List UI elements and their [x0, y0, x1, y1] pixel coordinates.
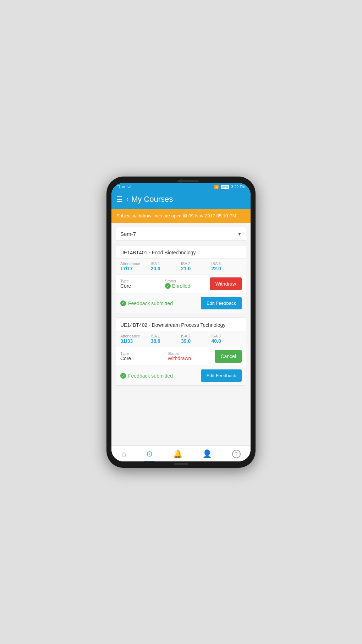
type-label-2: Type	[120, 351, 168, 356]
isa3-label-2: ISA 3	[212, 334, 242, 338]
usb-icon: Ψ	[127, 185, 131, 189]
feedback-row-2: ✓ Feedback submitted Edit Feedback	[116, 366, 246, 385]
phone-speaker	[177, 180, 199, 182]
stats-row-2: Attendance 31/33 ISA 1 38.0 ISA 2 39.0	[116, 331, 246, 347]
course-title-1: UE14BT401 - Food Biotechnology	[116, 245, 246, 259]
type-status-row-1: Type Core Status ✓ Enrolled Withdraw	[116, 274, 246, 293]
nav-notifications[interactable]: 🔔	[173, 449, 182, 459]
type-block-2: Type Core	[120, 351, 168, 361]
course-separator-2: -	[149, 322, 152, 328]
status-left-icons: ☐ ⊕ Ψ	[116, 185, 131, 189]
course-card-2: UE14BT402 - Downstream Process Technolog…	[116, 318, 246, 386]
isa1-value-1: 20.0	[151, 266, 181, 271]
chevron-down-icon: ▼	[237, 232, 242, 237]
attendance-stat-1: Attendance 17/17	[120, 261, 151, 271]
phone-home-button	[174, 463, 188, 465]
attendance-value-1: 17/17	[120, 266, 151, 271]
wifi-icon: 📶	[214, 185, 219, 189]
isa3-label-1: ISA 3	[212, 261, 242, 266]
app-header: ☰ ‹ My Courses	[111, 191, 251, 209]
course-code-2: UE14BT402	[120, 322, 147, 328]
phone-frame: ☐ ⊕ Ψ 📶 96% 3:22 PM ☰ ‹ My Courses Subje…	[106, 177, 256, 468]
courses-icon: ⊙	[146, 449, 153, 459]
enrolled-check-icon: ✓	[165, 283, 171, 289]
feedback-check-icon-2: ✓	[120, 373, 126, 379]
semester-value: Sem-7	[120, 231, 136, 237]
type-value-1: Core	[120, 283, 165, 289]
type-value-2: Core	[120, 356, 168, 361]
nav-courses[interactable]: ⊙	[146, 449, 153, 459]
isa2-stat-1: ISA 2 21.0	[181, 261, 212, 271]
isa2-label-1: ISA 2	[181, 261, 212, 266]
withdraw-button-1[interactable]: Withdraw	[210, 277, 242, 290]
bell-icon: 🔔	[173, 449, 182, 459]
bottom-navigation: ⌂ ⊙ 🔔 👤 ?	[111, 445, 251, 461]
nav-profile[interactable]: 👤	[202, 449, 212, 459]
isa3-value-1: 22.0	[212, 266, 242, 271]
isa1-stat-1: ISA 1 20.0	[151, 261, 181, 271]
help-icon: ?	[232, 450, 241, 458]
course-card-1: UE14BT401 - Food Biotechnology Attendanc…	[116, 245, 246, 313]
attendance-label-2: Attendance	[120, 334, 151, 338]
type-block-1: Type Core	[120, 279, 165, 289]
edit-feedback-button-1[interactable]: Edit Feedback	[201, 297, 242, 309]
type-status-row-2: Type Core Status Withdrawn Cancel	[116, 347, 246, 366]
time-display: 3:22 PM	[231, 185, 246, 189]
course-name-2: Downstream Process Technology	[152, 322, 226, 328]
course-code-1: UE14BT401	[120, 250, 147, 255]
isa2-label-2: ISA 2	[181, 334, 212, 338]
feedback-row-1: ✓ Feedback submitted Edit Feedback	[116, 293, 246, 313]
isa2-stat-2: ISA 2 39.0	[181, 334, 212, 344]
feedback-check-icon-1: ✓	[120, 301, 126, 306]
isa1-value-2: 38.0	[151, 338, 181, 344]
feedback-status-1: ✓ Feedback submitted	[120, 301, 173, 306]
feedback-status-2: ✓ Feedback submitted	[120, 373, 173, 379]
status-block-1: Status ✓ Enrolled	[165, 279, 210, 289]
attendance-label-1: Attendance	[120, 261, 151, 266]
status-bar: ☐ ⊕ Ψ 📶 96% 3:22 PM	[111, 183, 251, 191]
status-block-2: Status Withdrawn	[168, 351, 215, 361]
course-separator-1: -	[149, 250, 152, 255]
phone-screen: ☐ ⊕ Ψ 📶 96% 3:22 PM ☰ ‹ My Courses Subje…	[111, 183, 251, 461]
isa2-value-1: 21.0	[181, 266, 212, 271]
isa3-stat-1: ISA 3 22.0	[212, 261, 242, 271]
isa1-label-2: ISA 1	[151, 334, 181, 338]
type-label-1: Type	[120, 279, 165, 283]
enrolled-text-1: Enrolled	[172, 283, 190, 289]
page-title: My Courses	[131, 195, 173, 204]
semester-dropdown[interactable]: Sem-7 ▼	[116, 227, 246, 241]
announcement-banner: Subject withdraw lines are open till 09-…	[111, 209, 251, 223]
sync-icon: ⊕	[122, 185, 125, 189]
feedback-text-2: Feedback submitted	[128, 373, 173, 379]
isa1-stat-2: ISA 1 38.0	[151, 334, 181, 344]
status-right-info: 📶 96% 3:22 PM	[214, 185, 246, 189]
isa1-label-1: ISA 1	[151, 261, 181, 266]
active-indicator	[144, 461, 155, 461]
isa3-stat-2: ISA 3 40.0	[212, 334, 242, 344]
banner-text: Subject withdraw lines are open till 09-…	[116, 213, 236, 218]
lock-icon: ☐	[116, 185, 120, 189]
status-value-2: Withdrawn	[168, 356, 215, 361]
isa3-value-2: 40.0	[212, 338, 242, 344]
user-icon: 👤	[202, 449, 212, 459]
feedback-text-1: Feedback submitted	[128, 301, 173, 306]
isa2-value-2: 39.0	[181, 338, 212, 344]
cancel-button-2[interactable]: Cancel	[215, 350, 242, 363]
nav-home[interactable]: ⌂	[121, 449, 126, 459]
status-label-1: Status	[165, 279, 210, 283]
course-name-1: Food Biotechnology	[152, 250, 196, 255]
home-icon: ⌂	[121, 449, 126, 459]
attendance-value-2: 31/33	[120, 338, 151, 344]
battery-indicator: 96%	[221, 185, 229, 189]
edit-feedback-button-2[interactable]: Edit Feedback	[201, 369, 242, 382]
stats-row-1: Attendance 17/17 ISA 1 20.0 ISA 2 21.0	[116, 259, 246, 274]
status-label-2: Status	[168, 351, 215, 356]
attendance-stat-2: Attendance 31/33	[120, 334, 151, 344]
status-value-1: ✓ Enrolled	[165, 283, 210, 289]
nav-help[interactable]: ?	[232, 450, 241, 458]
back-icon[interactable]: ‹	[126, 195, 128, 203]
course-title-2: UE14BT402 - Downstream Process Technolog…	[116, 318, 246, 331]
menu-icon[interactable]: ☰	[116, 195, 123, 204]
main-content: Sem-7 ▼ UE14BT401 - Food Biotechnology A…	[111, 223, 251, 445]
